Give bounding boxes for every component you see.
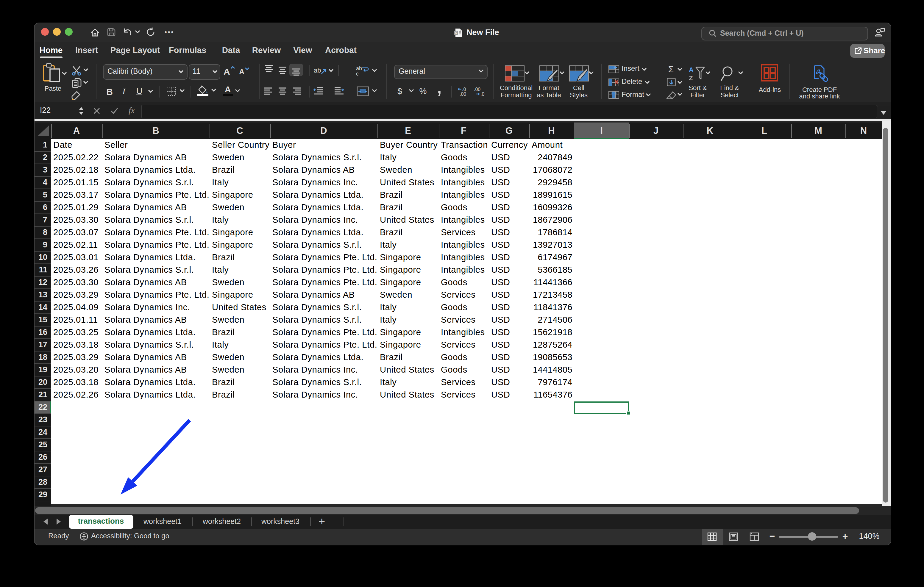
svg-text:.0: .0 xyxy=(480,91,484,96)
svg-text:.00: .00 xyxy=(474,87,480,92)
svg-text:Z: Z xyxy=(689,74,693,81)
svg-text:.00: .00 xyxy=(459,91,466,96)
svg-text:A: A xyxy=(689,66,694,73)
svg-text:.0: .0 xyxy=(462,87,465,92)
svg-text:ab: ab xyxy=(356,65,362,71)
svg-text:ab: ab xyxy=(314,66,321,74)
svg-text:c: c xyxy=(356,71,358,76)
svg-text:X: X xyxy=(454,30,457,35)
